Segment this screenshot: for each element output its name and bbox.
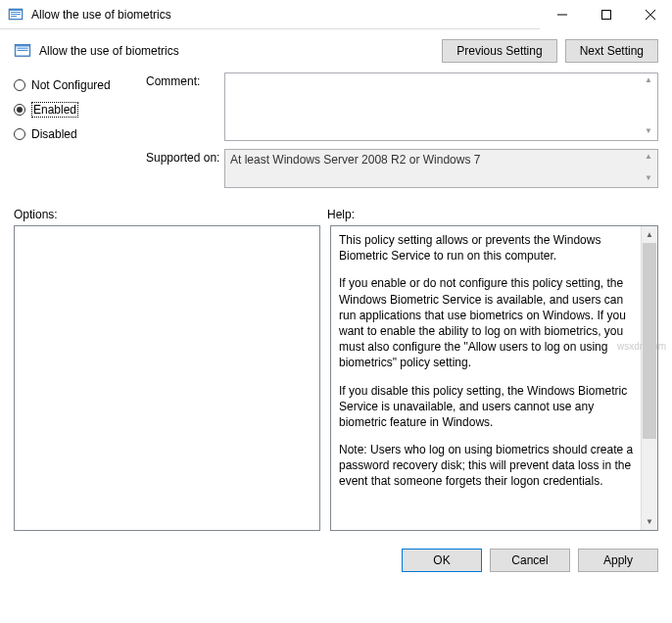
svg-rect-2 xyxy=(11,12,21,13)
app-icon xyxy=(8,7,24,23)
scroll-up-icon[interactable]: ▲ xyxy=(641,151,656,165)
comment-row: Comment: ▲ ▼ xyxy=(146,72,658,141)
supported-label: Supported on: xyxy=(146,149,224,188)
help-label: Help: xyxy=(327,208,658,221)
svg-rect-3 xyxy=(11,14,21,15)
header: Allow the use of biometrics Previous Set… xyxy=(0,29,672,72)
cancel-button[interactable]: Cancel xyxy=(490,549,570,572)
titlebar: Allow the use of biometrics xyxy=(0,0,672,29)
svg-rect-4 xyxy=(11,16,17,17)
state-radio-group: Not Configured Enabled Disabled xyxy=(14,72,126,196)
supported-row: Supported on: At least Windows Server 20… xyxy=(146,149,658,188)
radio-icon xyxy=(14,79,25,91)
radio-disabled[interactable]: Disabled xyxy=(14,127,126,141)
apply-button[interactable]: Apply xyxy=(578,549,658,572)
supported-value: At least Windows Server 2008 R2 or Windo… xyxy=(230,153,480,167)
svg-rect-6 xyxy=(601,10,610,19)
window-controls xyxy=(540,0,672,29)
scroll-down-icon[interactable]: ▼ xyxy=(641,125,656,139)
radio-icon xyxy=(14,128,25,140)
next-setting-button[interactable]: Next Setting xyxy=(565,39,658,63)
radio-not-configured[interactable]: Not Configured xyxy=(14,78,126,92)
scroll-down-icon[interactable]: ▼ xyxy=(642,513,657,530)
previous-setting-button[interactable]: Previous Setting xyxy=(442,39,556,63)
radio-label: Enabled xyxy=(31,102,78,118)
options-panel xyxy=(14,225,320,531)
help-panel: This policy setting allows or prevents t… xyxy=(330,225,658,531)
options-label: Options: xyxy=(14,208,317,221)
watermark: wsxdn.com xyxy=(617,341,666,352)
scroll-down-icon[interactable]: ▼ xyxy=(641,172,656,186)
scroll-up-icon[interactable]: ▲ xyxy=(641,74,656,88)
ok-button[interactable]: OK xyxy=(402,549,482,572)
svg-rect-12 xyxy=(17,50,27,51)
supported-on-display: At least Windows Server 2008 R2 or Windo… xyxy=(224,149,658,188)
nav-buttons: Previous Setting Next Setting xyxy=(442,39,658,63)
config-area: Not Configured Enabled Disabled Comment:… xyxy=(0,72,672,204)
radio-icon xyxy=(14,104,25,116)
help-paragraph: If you disable this policy setting, the … xyxy=(339,383,634,431)
fields: Comment: ▲ ▼ Supported on: At least Wind… xyxy=(146,72,658,196)
help-paragraph: This policy setting allows or prevents t… xyxy=(339,232,634,264)
maximize-button[interactable] xyxy=(584,0,628,29)
svg-rect-11 xyxy=(17,48,27,49)
footer: OK Cancel Apply xyxy=(0,539,672,582)
supported-scroll: ▲ ▼ xyxy=(641,151,656,186)
radio-label: Disabled xyxy=(31,127,77,141)
comment-label: Comment: xyxy=(146,72,224,141)
help-content: This policy setting allows or prevents t… xyxy=(339,232,651,490)
split-area: This policy setting allows or prevents t… xyxy=(0,225,672,539)
radio-enabled[interactable]: Enabled xyxy=(14,102,126,118)
split-labels: Options: Help: xyxy=(0,204,672,225)
help-scrollbar[interactable]: ▲ ▼ xyxy=(641,226,657,530)
help-paragraph: If you enable or do not configure this p… xyxy=(339,275,634,370)
policy-icon xyxy=(14,42,31,60)
page-title: Allow the use of biometrics xyxy=(39,44,442,58)
window-title: Allow the use of biometrics xyxy=(31,8,540,22)
close-button[interactable] xyxy=(628,0,672,29)
scroll-up-icon[interactable]: ▲ xyxy=(642,226,657,243)
minimize-button[interactable] xyxy=(540,0,584,29)
radio-label: Not Configured xyxy=(31,78,111,92)
help-paragraph: Note: Users who log on using biometrics … xyxy=(339,442,634,490)
comment-scroll: ▲ ▼ xyxy=(641,74,656,139)
comment-input[interactable]: ▲ ▼ xyxy=(224,72,658,141)
